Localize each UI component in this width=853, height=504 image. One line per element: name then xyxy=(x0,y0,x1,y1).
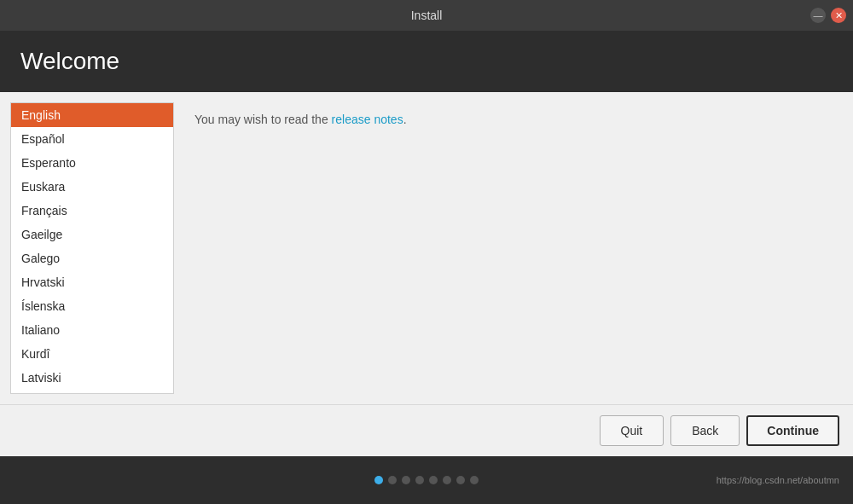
content-area: EnglishEspañolEsperantoEuskaraFrançaisGa… xyxy=(0,92,853,404)
progress-dot xyxy=(456,476,465,484)
footer-url: https://blog.csdn.net/aboutmn xyxy=(717,475,839,485)
progress-dot xyxy=(415,476,424,484)
language-list[interactable]: EnglishEspañolEsperantoEuskaraFrançaisGa… xyxy=(10,102,174,394)
main-content: EnglishEspañolEsperantoEuskaraFrançaisGa… xyxy=(0,92,853,456)
welcome-header: Welcome xyxy=(0,31,853,92)
continue-button[interactable]: Continue xyxy=(746,415,839,446)
language-item[interactable]: Latviski xyxy=(11,366,173,390)
window-controls: — ✕ xyxy=(810,8,846,23)
release-notes-text: You may wish to read the release notes. xyxy=(194,113,833,126)
language-item[interactable]: Español xyxy=(11,127,173,151)
progress-dot xyxy=(443,476,451,484)
language-item[interactable]: Français xyxy=(11,199,173,223)
language-item[interactable]: English xyxy=(11,103,173,127)
progress-dot xyxy=(470,476,479,484)
language-item[interactable]: Hrvatski xyxy=(11,270,173,294)
language-item[interactable]: Kurdî xyxy=(11,342,173,366)
right-panel: You may wish to read the release notes. xyxy=(174,92,853,404)
language-item[interactable]: Euskara xyxy=(11,175,173,199)
title-bar: Install — ✕ xyxy=(0,0,853,31)
action-bar: Quit Back Continue xyxy=(0,404,853,456)
progress-dot xyxy=(402,476,410,484)
quit-button[interactable]: Quit xyxy=(600,415,664,446)
page-title: Welcome xyxy=(20,48,833,75)
release-notes-link[interactable]: release notes xyxy=(332,113,403,126)
footer: https://blog.csdn.net/aboutmn xyxy=(0,456,853,504)
language-item[interactable]: Esperanto xyxy=(11,151,173,175)
minimize-button[interactable]: — xyxy=(810,8,826,23)
progress-dot xyxy=(374,476,383,484)
language-item[interactable]: Italiano xyxy=(11,318,173,342)
progress-dot xyxy=(388,476,397,484)
language-item[interactable]: Íslenska xyxy=(11,294,173,318)
progress-dot xyxy=(429,476,438,484)
progress-dots xyxy=(374,476,479,484)
window-title: Install xyxy=(411,9,443,22)
language-item[interactable]: Gaeilge xyxy=(11,223,173,246)
language-item[interactable]: Galego xyxy=(11,246,173,270)
close-button[interactable]: ✕ xyxy=(831,8,846,23)
back-button[interactable]: Back xyxy=(670,415,740,446)
